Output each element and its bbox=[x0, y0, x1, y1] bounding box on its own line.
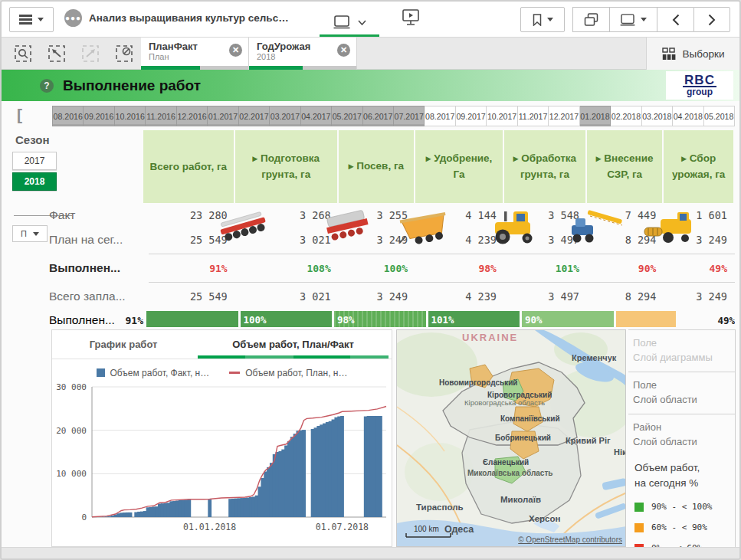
bookmark-button[interactable] bbox=[520, 7, 565, 32]
timeline-month[interactable]: 01.2017 bbox=[208, 106, 238, 126]
timeline-month[interactable]: 03.2017 bbox=[270, 106, 300, 126]
bar-row-lead-value: 91% bbox=[113, 315, 143, 326]
chart-tab[interactable]: Объем работ, План/Факт bbox=[195, 330, 392, 359]
kpi-column-header[interactable]: ▶Удобрение, Га bbox=[415, 130, 503, 203]
timeline-month[interactable]: 04.2017 bbox=[301, 106, 332, 126]
current-selections: ПланФакт План ✕ ГодУрожая 2018 ✕ bbox=[141, 38, 357, 70]
bookmark-icon bbox=[533, 14, 542, 26]
step-back-button[interactable] bbox=[40, 38, 74, 70]
cumulative-chart[interactable]: 010 00020 00030 00001.01.201801.07.2018 bbox=[52, 381, 393, 548]
timeline-month[interactable]: 03.2018 bbox=[642, 106, 673, 126]
sheet-list-button[interactable] bbox=[609, 7, 657, 32]
selections-panel-button[interactable]: Выборки bbox=[646, 38, 739, 70]
filter-chip[interactable]: ПланФакт План ✕ bbox=[141, 38, 249, 70]
chevron-down-icon bbox=[38, 18, 44, 21]
timeline-month[interactable]: 11.2016 bbox=[146, 106, 176, 126]
timeline-month[interactable]: 07.2017 bbox=[394, 106, 425, 126]
timeline-month[interactable]: 12.2017 bbox=[549, 106, 579, 126]
filter-value: 2018 bbox=[257, 52, 350, 61]
timeline-month[interactable]: 10.2016 bbox=[115, 106, 146, 126]
svg-text:10 000: 10 000 bbox=[56, 469, 87, 479]
logo-line1: RBC bbox=[683, 74, 716, 87]
timeline-month[interactable]: 09.2017 bbox=[456, 106, 487, 126]
map-layer-item[interactable]: РайонСлой области bbox=[628, 414, 735, 456]
map-label-oblast: Кіровоградська область bbox=[464, 398, 545, 407]
presentation-button[interactable] bbox=[402, 9, 420, 25]
logo-line2: group bbox=[687, 87, 713, 97]
timeline-month[interactable]: 04.2018 bbox=[673, 106, 703, 126]
kpi-column-header[interactable]: ▶Подготовка грунта, га bbox=[235, 130, 337, 203]
kpi-row-label: Выполнен... bbox=[49, 261, 143, 275]
drill-arrow-icon: ▶ bbox=[513, 155, 519, 162]
smart-search-button[interactable] bbox=[6, 38, 40, 70]
chart-tab[interactable]: График работ bbox=[52, 330, 195, 359]
prev-sheet-button[interactable] bbox=[657, 7, 693, 32]
filter-chip[interactable]: ГодУрожая 2018 ✕ bbox=[249, 38, 357, 70]
performance-bar: 90% bbox=[522, 311, 614, 327]
kpi-row-label: Выполнен... bbox=[49, 313, 113, 327]
chevron-down-icon bbox=[358, 20, 366, 25]
chart-tabs: График работОбъем работ, План/Факт bbox=[52, 330, 392, 359]
performance-bar: 101% bbox=[428, 311, 520, 327]
chevron-down-icon bbox=[33, 232, 39, 236]
sheet-icon bbox=[620, 14, 635, 26]
kpi-row-label: Всего запла... bbox=[49, 290, 143, 303]
timeline-month[interactable]: 05.2018 bbox=[704, 106, 735, 126]
map-card[interactable]: UKRAINE Кременчук Новомиргородський Кіро… bbox=[396, 329, 626, 547]
legend-swatch bbox=[229, 372, 240, 374]
map-legend-item: 60% - < 90% bbox=[634, 522, 735, 532]
fact-bar bbox=[302, 430, 306, 517]
timeline-month[interactable]: 01.2018 bbox=[580, 106, 611, 126]
clear-filter-icon[interactable]: ✕ bbox=[337, 44, 350, 57]
timeline-month[interactable]: 11.2017 bbox=[518, 106, 549, 126]
sheet-selector-button[interactable] bbox=[318, 8, 381, 37]
legend-item: Объем работ, Факт, н… bbox=[97, 368, 210, 378]
kpi-column-header[interactable]: ▶Посев, га bbox=[339, 130, 414, 203]
map-label-city: Херсон bbox=[529, 514, 561, 523]
filter-value: План bbox=[149, 52, 242, 61]
top-toolbar: ●●● Анализ выращивания культур сельс… bbox=[2, 2, 739, 38]
timeline-month[interactable]: 06.2017 bbox=[363, 106, 394, 126]
map-label-city: Миколаїв bbox=[500, 495, 541, 504]
kpi-row: План на сег...25 5493 0213 2494 2393 497… bbox=[49, 228, 735, 252]
mini-dropdown[interactable]: П bbox=[12, 225, 48, 242]
timeline-month[interactable]: 08.2016 bbox=[52, 106, 84, 126]
timeline-month[interactable]: 05.2017 bbox=[332, 106, 362, 126]
map-layer-item[interactable]: ПолеСлой диаграммы bbox=[628, 329, 735, 372]
kpi-column-header[interactable]: ▶Внесение СЗР, га bbox=[587, 130, 662, 203]
performance-bar bbox=[146, 311, 238, 327]
performance-bar: 100% bbox=[241, 311, 333, 327]
svg-text:01.07.2018: 01.07.2018 bbox=[316, 522, 369, 532]
map-label-oblast: Миколаївська область bbox=[467, 469, 552, 477]
kpi-column-header[interactable]: ▶Обработка грунта, га bbox=[504, 130, 585, 203]
toolbar-right-group bbox=[520, 7, 730, 32]
svg-text:20 000: 20 000 bbox=[56, 426, 87, 436]
duplicate-sheet-button[interactable] bbox=[572, 7, 609, 32]
selections-bar: ПланФакт План ✕ ГодУрожая 2018 ✕ Выборки bbox=[2, 38, 739, 70]
timeline-month[interactable]: 10.2017 bbox=[487, 106, 517, 126]
app-chip[interactable]: ●●● Анализ выращивания культур сельс… bbox=[64, 9, 289, 27]
next-sheet-button[interactable] bbox=[693, 7, 730, 32]
kpi-percent-row: Выполнен...91%108%100%98%101%90%49% bbox=[49, 256, 735, 280]
global-menu-button[interactable] bbox=[9, 7, 54, 32]
kpi-row-label: План на сег... bbox=[49, 233, 143, 247]
kpi-column-header[interactable]: Всего работ, га bbox=[143, 130, 234, 203]
timeline-month[interactable]: 02.2017 bbox=[239, 106, 270, 126]
clear-selections-button[interactable] bbox=[107, 38, 141, 70]
ukraine-region-map: UKRAINE Кременчук Новомиргородський Кіро… bbox=[397, 330, 626, 547]
timeline-month[interactable]: 08.2017 bbox=[425, 106, 455, 126]
fact-bar bbox=[129, 513, 133, 517]
undo-selection-icon bbox=[48, 44, 66, 63]
map-label-city: Нікоп bbox=[614, 447, 626, 457]
help-icon[interactable]: ? bbox=[40, 79, 54, 93]
map-attribution[interactable]: © OpenStreetMap contributors bbox=[518, 535, 622, 544]
timeline-month[interactable]: 12.2016 bbox=[177, 106, 208, 126]
timeline-month[interactable]: 09.2016 bbox=[84, 106, 114, 126]
timeline-month[interactable]: 02.2018 bbox=[611, 106, 641, 126]
search-in-selections-icon bbox=[14, 44, 32, 63]
performance-bar: 98% bbox=[334, 311, 426, 327]
clear-filter-icon[interactable]: ✕ bbox=[229, 44, 242, 57]
kpi-column-header[interactable]: ▶Сбор урожая, га bbox=[664, 130, 733, 203]
map-layer-item[interactable]: ПолеСлой области bbox=[628, 372, 735, 414]
step-forward-button[interactable] bbox=[74, 38, 107, 70]
